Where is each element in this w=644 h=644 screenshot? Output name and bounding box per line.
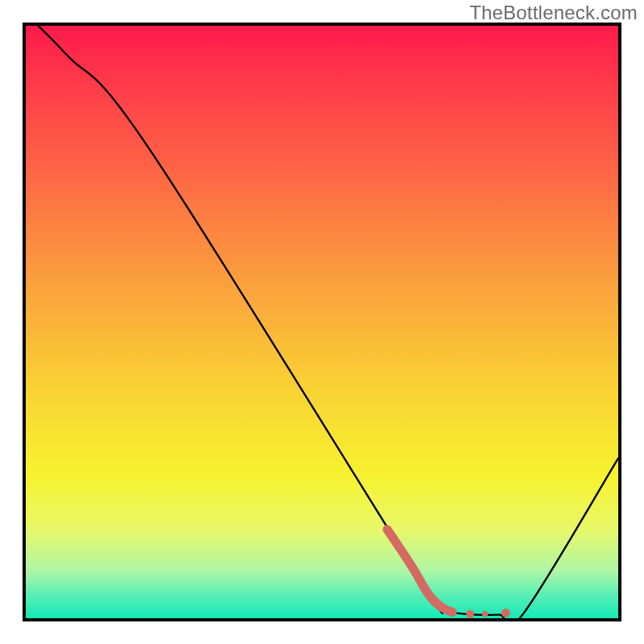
bottleneck-curve (26, 26, 618, 618)
plot-area (23, 23, 621, 621)
chart-svg (26, 26, 618, 618)
watermark-text: TheBottleneck.com (469, 2, 638, 24)
highlight-segment (387, 530, 452, 613)
chart-container: TheBottleneck.com (0, 0, 644, 644)
highlight-dot-1 (466, 610, 474, 618)
highlight-dot-2 (482, 611, 489, 617)
highlight-dot-3 (502, 609, 510, 617)
